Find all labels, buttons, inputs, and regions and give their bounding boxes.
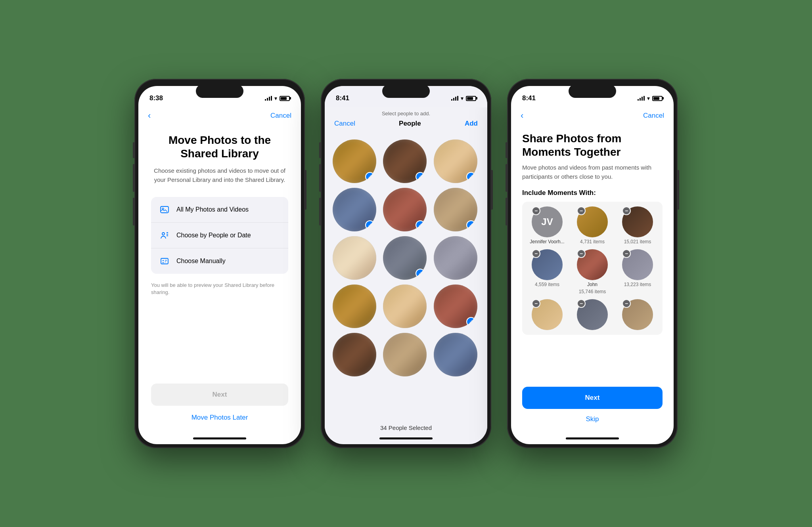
move-later-link[interactable]: Move Photos Later xyxy=(151,409,288,426)
check-badge-8: ✓ xyxy=(416,269,425,278)
name-jv: Jennifer Voorh... xyxy=(530,239,564,244)
avatar-wrap-7: − xyxy=(532,299,563,330)
check-badge-2: ✓ xyxy=(416,172,425,181)
person-11[interactable] xyxy=(383,285,427,328)
add-button[interactable]: Add xyxy=(465,120,478,128)
moment-person-8[interactable]: − xyxy=(572,299,613,330)
person-6[interactable]: ✓ xyxy=(434,188,477,231)
person-7[interactable] xyxy=(333,236,376,280)
page-subtitle-3: Move photos and videos from past moments… xyxy=(522,163,663,181)
avatar-wrap-john: − xyxy=(577,249,608,280)
next-button-3[interactable]: Next xyxy=(522,387,663,409)
home-indicator-2 xyxy=(379,437,433,439)
name-john: John xyxy=(587,282,598,287)
manual-icon xyxy=(158,255,171,267)
volume-down-2 xyxy=(319,198,321,225)
include-label: Include Moments With: xyxy=(522,189,663,197)
silent-switch-2 xyxy=(319,142,321,158)
initials-jv: JV xyxy=(541,216,553,227)
helper-text-1: You will be able to preview your Shared … xyxy=(151,282,288,296)
status-icons-3: ▾ xyxy=(638,95,663,101)
signal-icon-3 xyxy=(638,96,645,101)
cancel-button-2[interactable]: Cancel xyxy=(334,120,355,128)
status-icons-1: ▾ xyxy=(265,95,290,101)
power-3 xyxy=(678,170,679,210)
count-4: 4,559 items xyxy=(535,282,559,287)
person-5[interactable]: ✓ xyxy=(383,188,427,231)
nav-bar-2: Cancel People Add xyxy=(325,118,487,132)
option-manual[interactable]: Choose Manually xyxy=(151,248,288,274)
svg-rect-6 xyxy=(161,258,168,264)
back-button-1[interactable]: ‹ xyxy=(148,111,151,121)
phone-3: 8:41 ▾ ‹ Cancel Share Photos from Momen xyxy=(507,79,678,448)
volume-up-2 xyxy=(319,164,321,192)
avatar-wrap-4: − xyxy=(532,249,563,280)
phone-1: 8:38 ▾ ‹ Cancel Move Photos to the Shar xyxy=(134,79,305,448)
skip-link[interactable]: Skip xyxy=(522,412,663,426)
avatar-wrap-8: − xyxy=(577,299,608,330)
select-hint: Select people to add. xyxy=(325,107,487,118)
time-2: 8:41 xyxy=(336,94,349,102)
person-9[interactable] xyxy=(434,236,477,280)
person-4[interactable]: ✓ xyxy=(333,188,376,231)
avatar-wrap-6: − xyxy=(622,249,653,280)
person-15[interactable] xyxy=(434,333,477,376)
moment-person-7[interactable]: − xyxy=(527,299,567,330)
page-title-3: Share Photos from Moments Together xyxy=(522,132,663,158)
option-all-photos[interactable]: All My Photos and Videos xyxy=(151,197,288,223)
person-2[interactable]: ✓ xyxy=(383,139,427,183)
nav-bar-3: ‹ Cancel xyxy=(511,107,674,126)
check-badge-6: ✓ xyxy=(466,220,476,230)
dynamic-island-3 xyxy=(569,84,616,98)
person-13[interactable] xyxy=(333,333,376,376)
person-12[interactable]: ✓ xyxy=(434,285,477,328)
power-button xyxy=(305,170,306,210)
wifi-icon-2: ▾ xyxy=(461,95,463,101)
moment-person-2[interactable]: − 4,731 items xyxy=(572,206,613,244)
volume-up-3 xyxy=(506,164,507,192)
wifi-icon-1: ▾ xyxy=(274,95,277,101)
battery-icon-2 xyxy=(466,96,476,101)
moment-person-4[interactable]: − 4,559 items xyxy=(527,249,567,294)
svg-point-2 xyxy=(162,233,165,235)
person-14[interactable] xyxy=(383,333,427,376)
silent-switch xyxy=(133,142,134,158)
time-3: 8:41 xyxy=(522,94,536,102)
nav-title-2: People xyxy=(399,120,421,128)
option-manual-label: Choose Manually xyxy=(176,258,226,265)
moment-person-john[interactable]: − John 15,746 items xyxy=(572,249,613,294)
moment-person-6[interactable]: − 13,223 items xyxy=(617,249,658,294)
next-button-1[interactable]: Next xyxy=(151,384,288,406)
silent-switch-3 xyxy=(506,142,507,158)
phone-2-screen: 8:41 ▾ Select people to add. Cancel Peop… xyxy=(325,86,487,444)
moment-person-3[interactable]: − 15,021 items xyxy=(617,206,658,244)
avatar-wrap-jv: JV − xyxy=(532,206,563,237)
option-all-photos-label: All My Photos and Videos xyxy=(176,206,249,213)
signal-icon-2 xyxy=(451,96,458,101)
person-1[interactable]: ✓ xyxy=(333,139,376,183)
page-subtitle-1: Choose existing photos and videos to mov… xyxy=(151,166,288,184)
option-by-people[interactable]: Choose by People or Date xyxy=(151,223,288,248)
status-icons-2: ▾ xyxy=(451,95,476,101)
dynamic-island-1 xyxy=(196,84,243,98)
all-photos-icon xyxy=(158,203,171,216)
people-icon xyxy=(158,229,171,242)
check-badge-1: ✓ xyxy=(365,172,375,181)
person-8[interactable]: ✓ xyxy=(383,236,427,280)
phone3-body: Share Photos from Moments Together Move … xyxy=(511,126,674,434)
volume-up-button xyxy=(133,164,134,192)
cancel-button-1[interactable]: Cancel xyxy=(270,112,291,120)
wifi-icon-3: ▾ xyxy=(647,95,650,101)
count-3: 15,021 items xyxy=(624,239,651,244)
moment-person-9[interactable]: − xyxy=(617,299,658,330)
moment-person-jv[interactable]: JV − Jennifer Voorh... xyxy=(527,206,567,244)
page-title-1: Move Photos to the Shared Library xyxy=(151,134,288,160)
svg-rect-9 xyxy=(165,260,167,261)
cancel-button-3[interactable]: Cancel xyxy=(643,112,664,120)
count-john: 15,746 items xyxy=(579,289,606,294)
back-button-3[interactable]: ‹ xyxy=(521,111,523,121)
person-3[interactable]: ✓ xyxy=(434,139,477,183)
phone1-body: Move Photos to the Shared Library Choose… xyxy=(138,126,301,434)
person-10[interactable] xyxy=(333,285,376,328)
phone-2: 8:41 ▾ Select people to add. Cancel Peop… xyxy=(321,79,491,448)
